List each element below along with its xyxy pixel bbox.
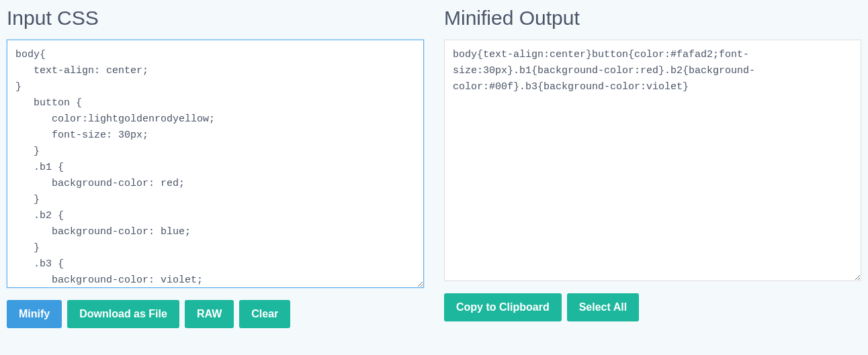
minify-button[interactable]: Minify <box>7 300 62 328</box>
output-title: Minified Output <box>444 7 861 30</box>
input-css-textarea[interactable]: body{ text-align: center; } button { col… <box>7 40 424 288</box>
app-container: Input CSS body{ text-align: center; } bu… <box>7 7 861 328</box>
minified-output-textarea[interactable]: body{text-align:center}button{color:#faf… <box>444 40 861 281</box>
select-all-button[interactable]: Select All <box>567 293 639 321</box>
output-column: Minified Output body{text-align:center}b… <box>444 7 861 328</box>
download-as-file-button[interactable]: Download as File <box>67 300 179 328</box>
input-button-row: Minify Download as File RAW Clear <box>7 300 424 328</box>
input-column: Input CSS body{ text-align: center; } bu… <box>7 7 424 328</box>
raw-button[interactable]: RAW <box>185 300 234 328</box>
input-title: Input CSS <box>7 7 424 30</box>
copy-to-clipboard-button[interactable]: Copy to Clipboard <box>444 293 562 321</box>
clear-button[interactable]: Clear <box>239 300 290 328</box>
output-button-row: Copy to Clipboard Select All <box>444 293 861 321</box>
